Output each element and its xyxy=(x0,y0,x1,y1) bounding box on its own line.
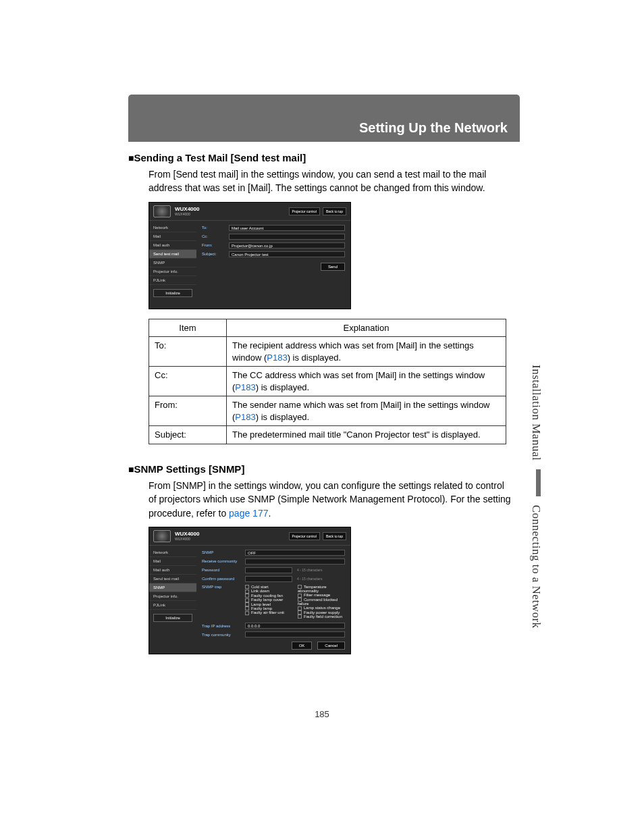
initialize-button[interactable]: Initialize xyxy=(153,289,192,297)
page-number: 185 xyxy=(0,709,644,719)
screenshot-snmp: WUX4000 WUX4000 Projector control Back t… xyxy=(149,527,351,655)
shot1-title: WUX4000 xyxy=(175,206,199,212)
cc-label: Cc: xyxy=(202,234,226,238)
to-field: Mail user Account xyxy=(229,225,345,231)
screenshot-send-test-mail: WUX4000 WUX4000 Projector control Back t… xyxy=(149,202,351,309)
link-p183[interactable]: P183 xyxy=(267,353,287,363)
projector-control-button[interactable]: Projector control xyxy=(289,207,320,215)
initialize-button[interactable]: Initialize xyxy=(153,614,192,622)
snmp-select[interactable]: OFF xyxy=(245,550,345,556)
sidebar-item-send-test-mail[interactable]: Send test mail xyxy=(149,250,196,259)
row-subject-item: Subject: xyxy=(149,426,227,444)
cc-field xyxy=(229,234,345,240)
side-tab-connecting-network: Connecting to a Network xyxy=(530,505,543,629)
row-from-item: From: xyxy=(149,396,227,426)
from-label: From: xyxy=(202,243,226,247)
sidebar-item-pjlink[interactable]: PJLink xyxy=(149,276,196,285)
section2-paragraph: From [SNMP] in the settings window, you … xyxy=(149,479,513,520)
th-item: Item xyxy=(149,319,227,337)
projector-logo-icon xyxy=(153,205,171,217)
back-to-top-button[interactable]: Back to top xyxy=(323,207,346,215)
snmp-label: SNMP xyxy=(202,550,242,554)
trap-community-field[interactable] xyxy=(245,631,345,637)
row-subject-expl: The predetermined mail title "Canon Proj… xyxy=(227,426,506,444)
section2-heading-text: SNMP Settings [SNMP] xyxy=(134,463,244,475)
link-p183[interactable]: P183 xyxy=(235,382,255,392)
shot2-subtitle: WUX4000 xyxy=(175,537,199,541)
sidebar-item-mail-auth[interactable]: Mail auth xyxy=(149,241,196,250)
row-cc-expl: The CC address which was set from [Mail]… xyxy=(227,367,506,396)
projector-logo-icon xyxy=(153,530,171,542)
section1-heading-text: Sending a Test Mail [Send test mail] xyxy=(134,152,306,163)
link-page-177[interactable]: page 177 xyxy=(229,508,268,519)
row-to-expl: The recipient address which was set from… xyxy=(227,337,506,367)
shot2-main: SNMPOFF Receive community Password4 - 15… xyxy=(196,546,350,654)
shot1-subtitle: WUX4000 xyxy=(175,212,199,216)
side-divider-icon xyxy=(536,469,541,496)
page-header-title: Setting Up the Network xyxy=(359,120,508,136)
shot1-main: To:Mail user Account Cc: From:Projector@… xyxy=(196,221,350,309)
subject-field: Canon Projector test xyxy=(229,251,345,257)
subject-label: Subject: xyxy=(202,252,226,256)
header-band: Setting Up the Network xyxy=(128,95,520,142)
sidebar-item-network[interactable]: Network xyxy=(149,224,196,232)
section1-heading: ■Sending a Test Mail [Send test mail] xyxy=(128,152,513,163)
trap-community-label: Trap community xyxy=(202,633,242,637)
password-hint: 4 - 15 characters xyxy=(297,568,329,572)
sidebar-item-projector-info[interactable]: Projector info. xyxy=(149,267,196,276)
side-tab: Installation Manual Connecting to a Netw… xyxy=(529,365,543,629)
send-button[interactable]: Send xyxy=(321,263,345,271)
shot1-sidebar: Network Mail Mail auth Send test mail SN… xyxy=(149,221,196,309)
sidebar-item-pjlink[interactable]: PJLink xyxy=(149,601,196,610)
row-cc-item: Cc: xyxy=(149,367,227,396)
trap-ip-field[interactable]: 0.0.0.0 xyxy=(245,623,345,629)
section1-paragraph: From [Send test mail] in the settings wi… xyxy=(149,167,513,195)
sidebar-item-send-test-mail[interactable]: Send test mail xyxy=(149,575,196,583)
receive-community-label: Receive community xyxy=(202,559,242,563)
side-tab-installation-manual: Installation Manual xyxy=(530,365,543,461)
sidebar-item-mail[interactable]: Mail xyxy=(149,557,196,566)
sidebar-item-mail-auth[interactable]: Mail auth xyxy=(149,566,196,575)
cancel-button[interactable]: Cancel xyxy=(317,642,345,650)
shot1-header: WUX4000 WUX4000 Projector control Back t… xyxy=(149,203,350,221)
confirm-password-hint: 4 - 15 characters xyxy=(297,577,329,581)
from-field: Projector@canon.co.jp xyxy=(229,242,345,249)
row-from-expl: The sender name which was set from [Mail… xyxy=(227,396,506,426)
password-label: Password xyxy=(202,568,242,572)
page-content: ■Sending a Test Mail [Send test mail] Fr… xyxy=(128,152,513,664)
th-explanation: Explanation xyxy=(227,319,506,337)
shot2-title: WUX4000 xyxy=(175,531,199,537)
sidebar-item-snmp[interactable]: SNMP xyxy=(149,583,196,592)
ok-button[interactable]: OK xyxy=(292,642,313,650)
confirm-password-field[interactable] xyxy=(245,576,292,582)
check-command-blocked[interactable]: Command blocked failure xyxy=(298,598,345,606)
back-to-top-button[interactable]: Back to top xyxy=(323,532,346,540)
row-to-item: To: xyxy=(149,337,227,367)
table-send-test-mail: Item Explanation To: The recipient addre… xyxy=(149,319,506,444)
confirm-password-label: Confirm password xyxy=(202,577,242,581)
sidebar-item-network[interactable]: Network xyxy=(149,548,196,557)
check-faulty-field-correction[interactable]: Faulty field correction xyxy=(298,615,345,619)
check-temperature-abnormality[interactable]: Temperature abnormality xyxy=(298,585,345,593)
to-label: To: xyxy=(202,226,226,230)
shot2-header: WUX4000 WUX4000 Projector control Back t… xyxy=(149,527,350,546)
projector-control-button[interactable]: Projector control xyxy=(289,532,320,540)
sidebar-item-projector-info[interactable]: Projector info. xyxy=(149,592,196,601)
check-faulty-air-filter[interactable]: Faulty air filter unit xyxy=(245,610,292,615)
sidebar-item-snmp[interactable]: SNMP xyxy=(149,259,196,267)
trap-ip-label: Trap IP address xyxy=(202,624,242,628)
snmp-trap-label: SNMP trap xyxy=(202,585,242,589)
link-p183[interactable]: P183 xyxy=(235,412,255,422)
shot2-sidebar: Network Mail Mail auth Send test mail SN… xyxy=(149,546,196,654)
section2-heading: ■SNMP Settings [SNMP] xyxy=(128,463,513,475)
receive-community-field[interactable] xyxy=(245,558,345,565)
sidebar-item-mail[interactable]: Mail xyxy=(149,232,196,241)
password-field[interactable] xyxy=(245,567,292,573)
